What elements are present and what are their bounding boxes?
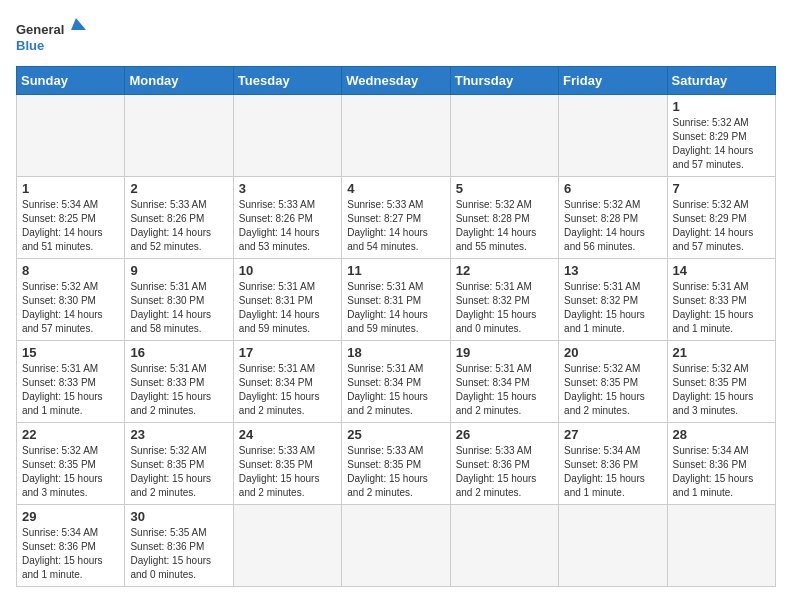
column-header-wednesday: Wednesday bbox=[342, 67, 450, 95]
calendar-cell bbox=[559, 95, 667, 177]
calendar-cell: 18Sunrise: 5:31 AMSunset: 8:34 PMDayligh… bbox=[342, 341, 450, 423]
day-info: Sunrise: 5:34 AMSunset: 8:36 PMDaylight:… bbox=[673, 444, 770, 500]
calendar-cell: 12Sunrise: 5:31 AMSunset: 8:32 PMDayligh… bbox=[450, 259, 558, 341]
day-number: 10 bbox=[239, 263, 336, 278]
calendar-cell bbox=[559, 505, 667, 587]
calendar-cell: 7Sunrise: 5:32 AMSunset: 8:29 PMDaylight… bbox=[667, 177, 775, 259]
day-info: Sunrise: 5:33 AMSunset: 8:26 PMDaylight:… bbox=[130, 198, 227, 254]
day-number: 18 bbox=[347, 345, 444, 360]
calendar-cell: 1Sunrise: 5:34 AMSunset: 8:25 PMDaylight… bbox=[17, 177, 125, 259]
calendar-table: SundayMondayTuesdayWednesdayThursdayFrid… bbox=[16, 66, 776, 587]
day-number: 5 bbox=[456, 181, 553, 196]
day-info: Sunrise: 5:31 AMSunset: 8:33 PMDaylight:… bbox=[22, 362, 119, 418]
day-number: 25 bbox=[347, 427, 444, 442]
day-number: 28 bbox=[673, 427, 770, 442]
day-number: 13 bbox=[564, 263, 661, 278]
column-header-monday: Monday bbox=[125, 67, 233, 95]
day-number: 26 bbox=[456, 427, 553, 442]
day-info: Sunrise: 5:31 AMSunset: 8:31 PMDaylight:… bbox=[239, 280, 336, 336]
calendar-cell: 20Sunrise: 5:32 AMSunset: 8:35 PMDayligh… bbox=[559, 341, 667, 423]
day-number: 16 bbox=[130, 345, 227, 360]
calendar-cell: 25Sunrise: 5:33 AMSunset: 8:35 PMDayligh… bbox=[342, 423, 450, 505]
logo-svg: General Blue bbox=[16, 16, 86, 58]
day-number: 11 bbox=[347, 263, 444, 278]
day-number: 24 bbox=[239, 427, 336, 442]
day-info: Sunrise: 5:32 AMSunset: 8:35 PMDaylight:… bbox=[130, 444, 227, 500]
column-header-saturday: Saturday bbox=[667, 67, 775, 95]
calendar-cell: 22Sunrise: 5:32 AMSunset: 8:35 PMDayligh… bbox=[17, 423, 125, 505]
day-info: Sunrise: 5:31 AMSunset: 8:33 PMDaylight:… bbox=[130, 362, 227, 418]
svg-text:General: General bbox=[16, 22, 64, 37]
day-info: Sunrise: 5:32 AMSunset: 8:29 PMDaylight:… bbox=[673, 198, 770, 254]
calendar-cell bbox=[342, 505, 450, 587]
day-number: 27 bbox=[564, 427, 661, 442]
calendar-cell: 10Sunrise: 5:31 AMSunset: 8:31 PMDayligh… bbox=[233, 259, 341, 341]
column-header-sunday: Sunday bbox=[17, 67, 125, 95]
day-info: Sunrise: 5:32 AMSunset: 8:35 PMDaylight:… bbox=[564, 362, 661, 418]
column-header-friday: Friday bbox=[559, 67, 667, 95]
column-header-thursday: Thursday bbox=[450, 67, 558, 95]
calendar-cell: 1Sunrise: 5:32 AMSunset: 8:29 PMDaylight… bbox=[667, 95, 775, 177]
day-info: Sunrise: 5:34 AMSunset: 8:36 PMDaylight:… bbox=[22, 526, 119, 582]
day-number: 29 bbox=[22, 509, 119, 524]
calendar-cell bbox=[125, 95, 233, 177]
calendar-cell: 11Sunrise: 5:31 AMSunset: 8:31 PMDayligh… bbox=[342, 259, 450, 341]
day-info: Sunrise: 5:33 AMSunset: 8:26 PMDaylight:… bbox=[239, 198, 336, 254]
calendar-cell: 16Sunrise: 5:31 AMSunset: 8:33 PMDayligh… bbox=[125, 341, 233, 423]
day-number: 17 bbox=[239, 345, 336, 360]
day-info: Sunrise: 5:32 AMSunset: 8:30 PMDaylight:… bbox=[22, 280, 119, 336]
calendar-cell: 3Sunrise: 5:33 AMSunset: 8:26 PMDaylight… bbox=[233, 177, 341, 259]
calendar-cell bbox=[17, 95, 125, 177]
day-number: 23 bbox=[130, 427, 227, 442]
calendar-cell: 21Sunrise: 5:32 AMSunset: 8:35 PMDayligh… bbox=[667, 341, 775, 423]
calendar-cell: 13Sunrise: 5:31 AMSunset: 8:32 PMDayligh… bbox=[559, 259, 667, 341]
calendar-cell: 23Sunrise: 5:32 AMSunset: 8:35 PMDayligh… bbox=[125, 423, 233, 505]
calendar-cell bbox=[233, 95, 341, 177]
page-header: General Blue bbox=[16, 16, 776, 58]
week-row-5: 22Sunrise: 5:32 AMSunset: 8:35 PMDayligh… bbox=[17, 423, 776, 505]
day-info: Sunrise: 5:34 AMSunset: 8:36 PMDaylight:… bbox=[564, 444, 661, 500]
calendar-cell: 4Sunrise: 5:33 AMSunset: 8:27 PMDaylight… bbox=[342, 177, 450, 259]
calendar-cell: 15Sunrise: 5:31 AMSunset: 8:33 PMDayligh… bbox=[17, 341, 125, 423]
day-number: 19 bbox=[456, 345, 553, 360]
day-number: 14 bbox=[673, 263, 770, 278]
calendar-cell: 8Sunrise: 5:32 AMSunset: 8:30 PMDaylight… bbox=[17, 259, 125, 341]
week-row-1: 1Sunrise: 5:32 AMSunset: 8:29 PMDaylight… bbox=[17, 95, 776, 177]
day-number: 4 bbox=[347, 181, 444, 196]
calendar-cell: 30Sunrise: 5:35 AMSunset: 8:36 PMDayligh… bbox=[125, 505, 233, 587]
day-number: 2 bbox=[130, 181, 227, 196]
day-info: Sunrise: 5:32 AMSunset: 8:35 PMDaylight:… bbox=[673, 362, 770, 418]
day-number: 20 bbox=[564, 345, 661, 360]
calendar-cell: 26Sunrise: 5:33 AMSunset: 8:36 PMDayligh… bbox=[450, 423, 558, 505]
day-info: Sunrise: 5:31 AMSunset: 8:32 PMDaylight:… bbox=[456, 280, 553, 336]
calendar-cell: 2Sunrise: 5:33 AMSunset: 8:26 PMDaylight… bbox=[125, 177, 233, 259]
day-number: 22 bbox=[22, 427, 119, 442]
day-info: Sunrise: 5:34 AMSunset: 8:25 PMDaylight:… bbox=[22, 198, 119, 254]
calendar-cell: 17Sunrise: 5:31 AMSunset: 8:34 PMDayligh… bbox=[233, 341, 341, 423]
day-info: Sunrise: 5:31 AMSunset: 8:32 PMDaylight:… bbox=[564, 280, 661, 336]
calendar-cell: 6Sunrise: 5:32 AMSunset: 8:28 PMDaylight… bbox=[559, 177, 667, 259]
calendar-cell: 27Sunrise: 5:34 AMSunset: 8:36 PMDayligh… bbox=[559, 423, 667, 505]
week-row-3: 8Sunrise: 5:32 AMSunset: 8:30 PMDaylight… bbox=[17, 259, 776, 341]
day-info: Sunrise: 5:33 AMSunset: 8:35 PMDaylight:… bbox=[347, 444, 444, 500]
day-info: Sunrise: 5:31 AMSunset: 8:34 PMDaylight:… bbox=[347, 362, 444, 418]
day-number: 6 bbox=[564, 181, 661, 196]
day-info: Sunrise: 5:32 AMSunset: 8:28 PMDaylight:… bbox=[564, 198, 661, 254]
week-row-6: 29Sunrise: 5:34 AMSunset: 8:36 PMDayligh… bbox=[17, 505, 776, 587]
svg-marker-2 bbox=[71, 18, 86, 30]
week-row-4: 15Sunrise: 5:31 AMSunset: 8:33 PMDayligh… bbox=[17, 341, 776, 423]
day-info: Sunrise: 5:32 AMSunset: 8:35 PMDaylight:… bbox=[22, 444, 119, 500]
calendar-cell bbox=[450, 95, 558, 177]
day-info: Sunrise: 5:31 AMSunset: 8:33 PMDaylight:… bbox=[673, 280, 770, 336]
day-info: Sunrise: 5:35 AMSunset: 8:36 PMDaylight:… bbox=[130, 526, 227, 582]
day-number: 1 bbox=[673, 99, 770, 114]
calendar-cell: 29Sunrise: 5:34 AMSunset: 8:36 PMDayligh… bbox=[17, 505, 125, 587]
day-number: 8 bbox=[22, 263, 119, 278]
calendar-header-row: SundayMondayTuesdayWednesdayThursdayFrid… bbox=[17, 67, 776, 95]
day-number: 9 bbox=[130, 263, 227, 278]
week-row-2: 1Sunrise: 5:34 AMSunset: 8:25 PMDaylight… bbox=[17, 177, 776, 259]
day-number: 3 bbox=[239, 181, 336, 196]
day-info: Sunrise: 5:33 AMSunset: 8:36 PMDaylight:… bbox=[456, 444, 553, 500]
day-info: Sunrise: 5:31 AMSunset: 8:30 PMDaylight:… bbox=[130, 280, 227, 336]
day-number: 1 bbox=[22, 181, 119, 196]
